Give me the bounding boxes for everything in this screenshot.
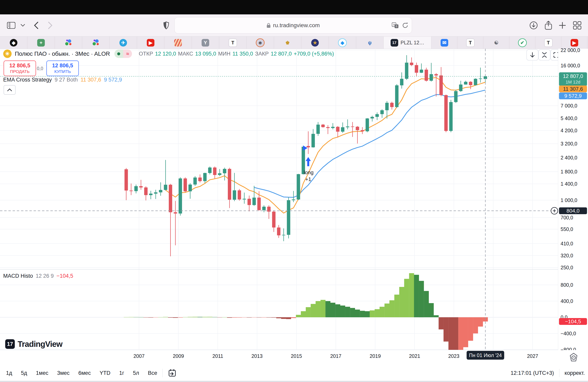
macd-legend[interactable]: MACD Histo 12 26 9 −104,5 xyxy=(3,273,73,279)
price-tick: 1 400,0 xyxy=(561,181,577,187)
scroll-to-recent-button[interactable] xyxy=(526,49,538,60)
year-tick: 2007 xyxy=(133,353,145,359)
range-6мес[interactable]: 6мес xyxy=(78,370,91,376)
crosshair-price-label: 804,0 xyxy=(559,207,587,214)
change-value: +709,0 (+5,86%) xyxy=(294,51,334,57)
time-axis-settings-icon[interactable] xyxy=(570,353,578,362)
price-tick: 700,0 xyxy=(561,215,573,221)
collapse-legend-button[interactable] xyxy=(4,85,16,95)
price-tick: 320,0 xyxy=(561,253,573,259)
price-tick: 3 200,0 xyxy=(561,141,577,147)
price-tick: 2 400,0 xyxy=(561,155,577,161)
price-tick: 250,0 xyxy=(561,265,573,270)
collapse-pane-button[interactable] xyxy=(538,49,550,60)
year-tick: 2017 xyxy=(330,353,341,359)
symbol-logo: ✳ xyxy=(3,50,12,58)
adjusted-toggle[interactable]: коррект. xyxy=(565,370,585,376)
macd-value-label: −104,5 xyxy=(559,318,587,325)
year-tick: 2021 xyxy=(409,353,420,359)
year-tick: 2013 xyxy=(252,353,263,359)
price-tick: 16 000,0 xyxy=(561,63,580,69)
price-tick: 410,0 xyxy=(561,241,573,247)
range-YTD[interactable]: YTD xyxy=(100,370,110,376)
range-3мес[interactable]: 3мес xyxy=(57,370,70,376)
ema-fast-label: 11 307,6 xyxy=(559,86,587,92)
price-tick: 22 000,0 xyxy=(561,47,580,53)
last-price-label: 12 807,01M 12d xyxy=(559,72,587,86)
range-5л[interactable]: 5л xyxy=(133,370,139,376)
year-tick: 2019 xyxy=(370,353,381,359)
ohlc-row: ОТКР12 120,0 МАКС13 095,0 МИН11 350,0 ЗА… xyxy=(139,51,334,57)
ema-slow-value: 9 572,9 xyxy=(104,77,122,83)
range-1мес[interactable]: 1мес xyxy=(36,370,48,376)
price-axis[interactable]: 22 000,016 000,07 000,05 400,04 200,03 2… xyxy=(558,49,588,350)
macd-tick: 400,0 xyxy=(561,298,573,304)
approx-data-icon: ≈ xyxy=(123,50,132,58)
tradingview-watermark: 17 TradingView xyxy=(5,339,63,349)
price-tick: 7 000,0 xyxy=(561,103,577,109)
price-tick: 1 000,0 xyxy=(561,197,577,203)
macd-tick: −400,0 xyxy=(561,331,576,336)
range-5д[interactable]: 5д xyxy=(21,370,27,376)
year-tick: 2011 xyxy=(212,353,223,359)
crosshair-time-label: Пн 01 Июл '24 xyxy=(467,351,504,360)
symbol-title[interactable]: Полюс ПАО - обыкн. · 3Мес · ALOR xyxy=(15,51,110,57)
close-value: 12 807,0 xyxy=(271,51,292,57)
go-to-date-icon[interactable] xyxy=(168,369,177,377)
strategy-legend[interactable]: EMA Cross Strategy 9 27 Both 11 307,6 9 … xyxy=(3,77,122,83)
ema-fast-value: 11 307,6 xyxy=(81,77,101,83)
symbol-header: ✳ Полюс ПАО - обыкн. · 3Мес · ALOR ≈ ОТК… xyxy=(3,50,334,58)
market-status[interactable]: ≈ xyxy=(114,50,132,58)
macd-tick: 800,0 xyxy=(561,282,573,288)
strategy-name: EMA Cross Strategy xyxy=(3,77,52,83)
macd-name: MACD Histo xyxy=(3,273,33,279)
year-tick: 2027 xyxy=(527,353,538,359)
app-window: { "browser": { "url": "ru.tradingview.co… xyxy=(0,0,588,382)
price-tick: 550,0 xyxy=(561,226,573,232)
sell-button[interactable]: 12 806,5 ПРОДАТЬ xyxy=(4,60,36,76)
strategy-params: 9 27 Both xyxy=(55,77,78,83)
window-bottom-strip xyxy=(0,381,588,382)
clock[interactable]: 12:17:01 (UTC+3) xyxy=(511,370,554,376)
year-tick: 2015 xyxy=(291,353,302,359)
range-Все[interactable]: Все xyxy=(148,370,157,376)
range-buttons: 1д5д1мес3мес6месYTD1г5лВсе xyxy=(6,370,157,376)
chart-footer: 1д5д1мес3мес6месYTD1г5лВсе 12:17:01 (UTC… xyxy=(0,365,588,381)
ema-slow-label: 9 572,9 xyxy=(559,93,587,99)
tradingview-logo-icon: 17 xyxy=(5,339,15,349)
macd-value: −104,5 xyxy=(57,273,73,279)
high-value: 13 095,0 xyxy=(195,51,216,57)
range-1г[interactable]: 1г xyxy=(119,370,124,376)
spread-value: 0,0 xyxy=(37,66,43,71)
market-open-dot xyxy=(114,50,123,58)
price-tick: 5 400,0 xyxy=(561,115,577,121)
low-value: 11 350,0 xyxy=(232,51,253,57)
open-value: 12 120,0 xyxy=(155,51,176,57)
time-axis[interactable]: 2007200920112013201520172019202120232027… xyxy=(0,350,588,365)
svg-text:+1: +1 xyxy=(305,176,311,182)
year-tick: 2009 xyxy=(173,353,184,359)
price-tick: 1 800,0 xyxy=(561,169,577,175)
year-tick: 2023 xyxy=(448,353,459,359)
range-1д[interactable]: 1д xyxy=(6,370,12,376)
svg-text:long: long xyxy=(304,170,314,175)
macd-params: 12 26 9 xyxy=(36,273,54,279)
price-tick: 4 200,0 xyxy=(561,128,577,134)
buy-button[interactable]: 12 806,5 КУПИТЬ xyxy=(46,60,79,76)
